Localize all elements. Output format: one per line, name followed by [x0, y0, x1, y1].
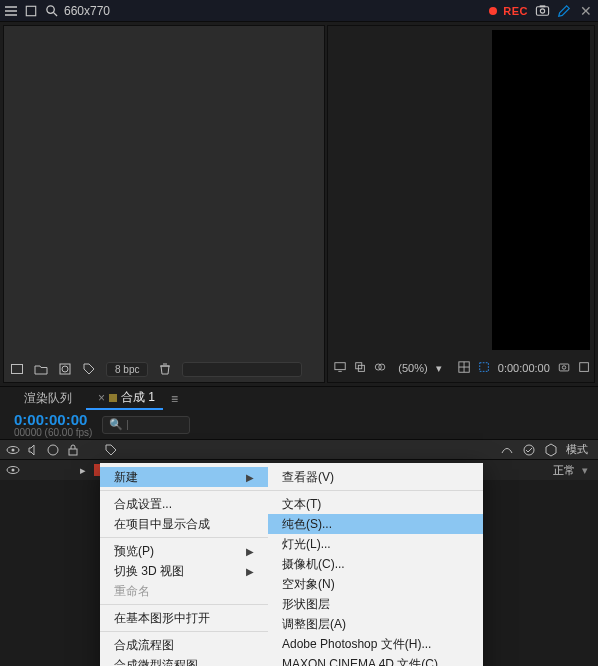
timeline-tabs: 渲染队列 × 合成 1 ≡ — [0, 386, 598, 410]
svg-rect-15 — [12, 365, 23, 374]
svg-point-22 — [524, 445, 534, 455]
submenu-item-adjustment[interactable]: 调整图层(A) — [268, 614, 483, 634]
mode-column-label[interactable]: 模式 — [566, 442, 588, 457]
svg-point-17 — [62, 366, 68, 372]
bin-icon[interactable] — [10, 362, 24, 376]
menu-item-mini-flowchart[interactable]: 合成微型流程图 — [100, 655, 268, 666]
svg-point-3 — [540, 9, 544, 13]
trash-icon[interactable] — [158, 362, 172, 376]
menu-item-switch-3d[interactable]: 切换 3D 视图▶ — [100, 561, 268, 581]
submenu-item-light[interactable]: 灯光(L)... — [268, 534, 483, 554]
bpc-indicator[interactable]: 8 bpc — [106, 362, 148, 377]
submenu-item-text[interactable]: 文本(T) — [268, 494, 483, 514]
zoom-level[interactable]: (50%) — [398, 362, 427, 374]
timeline-search[interactable]: 🔍 — [102, 416, 190, 434]
dimensions-label: 660x770 — [64, 4, 110, 18]
display-icon[interactable] — [334, 361, 346, 375]
current-timecode[interactable]: 0:00:00:00 — [14, 412, 92, 427]
camera-icon[interactable] — [534, 3, 550, 19]
submenu-item-c4d[interactable]: MAXON CINEMA 4D 文件(C)... — [268, 654, 483, 666]
svg-rect-0 — [26, 6, 35, 15]
svg-rect-6 — [356, 363, 362, 369]
tag-icon[interactable] — [82, 362, 96, 376]
top-toolbar: 660x770 REC ✕ — [0, 0, 598, 22]
snapshot-icon[interactable] — [558, 361, 570, 375]
new-comp-icon[interactable] — [58, 362, 72, 376]
tab-comp-1[interactable]: × 合成 1 — [86, 387, 163, 410]
eye-icon[interactable] — [6, 463, 20, 477]
region-icon[interactable] — [478, 361, 490, 375]
tab-overflow-icon[interactable]: ≡ — [171, 392, 178, 406]
submenu-item-viewer[interactable]: 查看器(V) — [268, 467, 483, 487]
svg-point-24 — [12, 469, 15, 472]
edit-pencil-icon[interactable] — [556, 3, 572, 19]
layers-icon[interactable] — [354, 361, 366, 375]
shy-icon[interactable] — [500, 443, 514, 457]
search-icon[interactable] — [44, 4, 58, 18]
svg-rect-14 — [580, 363, 589, 372]
layer-columns-header: 模式 — [0, 440, 598, 460]
label-column-icon[interactable] — [104, 443, 118, 457]
close-icon[interactable]: ✕ — [578, 3, 594, 19]
svg-point-19 — [12, 448, 15, 451]
expand-arrow-icon[interactable]: ▸ — [80, 464, 86, 477]
search-icon: 🔍 — [109, 418, 123, 431]
tab-label: 合成 1 — [121, 389, 155, 406]
record-indicator-icon — [489, 7, 497, 15]
menu-item-reveal-in-project[interactable]: 在项目中显示合成 — [100, 514, 268, 534]
menu-item-preview[interactable]: 预览(P)▶ — [100, 541, 268, 561]
solo-column-icon[interactable] — [46, 443, 60, 457]
close-tab-icon[interactable]: × — [98, 391, 105, 405]
svg-rect-5 — [335, 363, 345, 370]
svg-rect-12 — [559, 364, 569, 371]
menu-item-new[interactable]: 新建▶ — [100, 467, 268, 487]
context-menu: 新建▶ 合成设置... 在项目中显示合成 预览(P)▶ 切换 3D 视图▶ 重命… — [100, 463, 483, 666]
submenu-item-psd[interactable]: Adobe Photoshop 文件(H)... — [268, 634, 483, 654]
record-label[interactable]: REC — [503, 5, 528, 17]
svg-point-13 — [562, 366, 565, 369]
lock-column-icon[interactable] — [66, 443, 80, 457]
project-panel[interactable] — [3, 25, 325, 383]
project-footer: 8 bpc — [10, 360, 318, 378]
composition-viewer[interactable]: (50%) ▾ 0:00:00:00 — [327, 25, 595, 383]
timeline-header: 0:00:00:00 00000 (60.00 fps) 🔍 — [0, 410, 598, 440]
svg-rect-21 — [69, 449, 77, 455]
viewer-timecode[interactable]: 0:00:00:00 — [498, 362, 550, 374]
grid-icon[interactable] — [458, 361, 470, 375]
svg-point-9 — [379, 364, 385, 370]
submenu-item-null[interactable]: 空对象(N) — [268, 574, 483, 594]
submenu-item-solid[interactable]: 纯色(S)... — [268, 514, 483, 534]
window-icon[interactable] — [24, 4, 38, 18]
search-pill[interactable] — [182, 362, 302, 377]
switch-icon[interactable] — [522, 443, 536, 457]
svg-rect-7 — [358, 365, 364, 371]
menu-item-open-essential[interactable]: 在基本图形中打开 — [100, 608, 268, 628]
menu-icon[interactable] — [4, 4, 18, 18]
eye-column-icon[interactable] — [6, 443, 20, 457]
preview-icon[interactable] — [578, 361, 590, 375]
viewer-status-bar: (50%) ▾ 0:00:00:00 — [334, 358, 590, 378]
panels-area: (50%) ▾ 0:00:00:00 8 bpc — [0, 22, 598, 386]
mask-icon[interactable] — [374, 361, 386, 375]
svg-point-1 — [46, 6, 53, 13]
menu-item-flowchart[interactable]: 合成流程图 — [100, 635, 268, 655]
svg-rect-2 — [536, 7, 548, 15]
viewer-canvas[interactable] — [492, 30, 590, 350]
svg-point-8 — [375, 364, 381, 370]
folder-icon[interactable] — [34, 362, 48, 376]
menu-item-rename: 重命名 — [100, 581, 268, 601]
tab-label: 渲染队列 — [24, 390, 72, 407]
menu-item-comp-settings[interactable]: 合成设置... — [100, 494, 268, 514]
context-menu-main: 新建▶ 合成设置... 在项目中显示合成 预览(P)▶ 切换 3D 视图▶ 重命… — [100, 463, 268, 666]
submenu-item-shape[interactable]: 形状图层 — [268, 594, 483, 614]
submenu-item-camera[interactable]: 摄像机(C)... — [268, 554, 483, 574]
context-submenu-new: 查看器(V) 文本(T) 纯色(S)... 灯光(L)... 摄像机(C)...… — [268, 463, 483, 666]
svg-point-20 — [48, 445, 58, 455]
svg-rect-4 — [539, 5, 545, 7]
comp-color-icon — [109, 394, 117, 402]
audio-column-icon[interactable] — [26, 443, 40, 457]
blend-mode[interactable]: 正常 — [553, 464, 575, 476]
frame-info: 00000 (60.00 fps) — [14, 428, 92, 438]
tab-render-queue[interactable]: 渲染队列 — [16, 388, 80, 409]
3d-icon[interactable] — [544, 443, 558, 457]
